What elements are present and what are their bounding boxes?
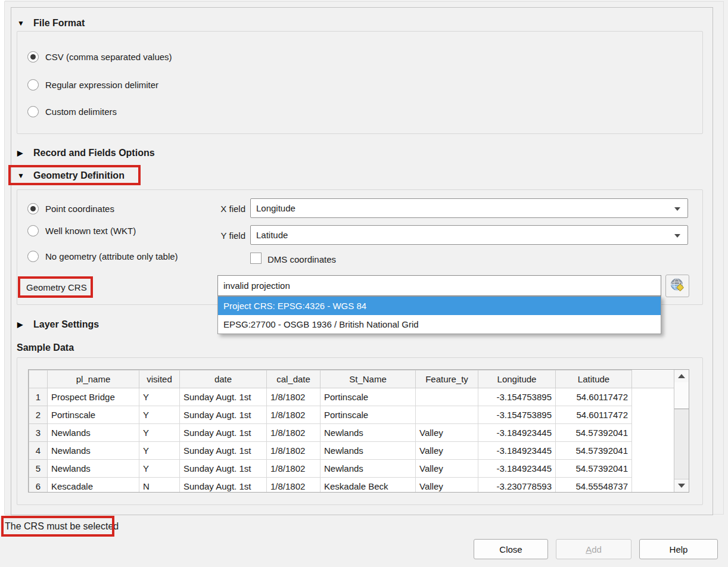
radio-button-icon[interactable] (27, 51, 39, 63)
radio-button-icon[interactable] (27, 251, 39, 262)
caret-right-icon: ▶ (17, 149, 26, 157)
combobox-value: Latitude (256, 230, 288, 240)
radio-button-icon[interactable] (27, 225, 39, 236)
cell: 1/8/1802 (267, 478, 321, 493)
section-title: Record and Fields Options (33, 148, 155, 158)
column-header[interactable]: Feature_ty (416, 370, 478, 388)
help-button[interactable]: Help (639, 539, 718, 559)
cell: Sunday Augt. 1st (180, 478, 267, 493)
delimited-text-layer-dialog: ▼ File Format CSV (comma separated value… (0, 0, 728, 567)
cell: 54.57392041 (556, 460, 632, 478)
geometry-crs-label: Geometry CRS (26, 282, 87, 292)
chevron-down-icon (674, 207, 680, 211)
radio-well-known-text[interactable]: Well known text (WKT) (27, 225, 136, 236)
cell: -3.184923445 (478, 460, 556, 478)
cell: Newlands (321, 424, 416, 442)
scrollbar-thumb[interactable] (674, 382, 689, 409)
row-number: 5 (29, 460, 48, 478)
status-message: The CRS must be selected (5, 521, 119, 532)
add-button: Add (556, 539, 631, 559)
crs-option-project-crs[interactable]: Project CRS: EPSG:4326 - WGS 84 (218, 297, 661, 315)
dms-coordinates-checkbox[interactable] (250, 253, 262, 264)
crs-option-epsg-27700[interactable]: EPSG:27700 - OSGB 1936 / British Nationa… (218, 315, 661, 334)
radio-button-icon[interactable] (27, 106, 39, 117)
column-header[interactable]: Latitude (556, 370, 632, 388)
radio-regular-expression[interactable]: Regular expression delimiter (27, 79, 158, 91)
column-header[interactable]: cal_date (267, 370, 321, 388)
caret-down-icon: ▼ (17, 19, 26, 27)
column-header[interactable]: date (180, 370, 267, 388)
y-field-combobox[interactable]: Latitude (250, 225, 688, 245)
table-vertical-scrollbar[interactable] (674, 370, 689, 492)
radio-no-geometry[interactable]: No geometry (attribute only table) (27, 250, 178, 262)
cell: Y (139, 406, 180, 424)
cell: -3.184923445 (478, 442, 556, 460)
select-crs-button[interactable] (665, 275, 689, 297)
cell: Portinscale (321, 388, 416, 406)
arrow-down-icon (678, 484, 685, 488)
header-filler (632, 370, 675, 388)
radio-point-coordinates[interactable]: Point coordinates (27, 202, 114, 214)
caret-down-icon: ▼ (17, 172, 26, 180)
geometry-crs-combobox[interactable]: invalid projection (217, 275, 661, 296)
close-button[interactable]: Close (474, 539, 548, 559)
column-header[interactable]: pl_name (48, 370, 139, 388)
cell: N (139, 478, 180, 493)
cell: Y (139, 460, 180, 478)
section-header-layer-settings[interactable]: ▶ Layer Settings (17, 319, 99, 330)
radio-custom-delimiters[interactable]: Custom delimiters (27, 105, 117, 117)
radio-label: Point coordinates (45, 204, 114, 214)
table-header-row: pl_name visited date cal_date St_Name Fe… (29, 370, 675, 388)
cell: Newlands (321, 442, 416, 460)
cell: Newlands (321, 460, 416, 478)
cell: -3.154753895 (478, 388, 556, 406)
corner-header-cell (29, 370, 48, 388)
table-row: 3 Newlands Y Sunday Augt. 1st 1/8/1802 N… (29, 424, 675, 442)
radio-label: Regular expression delimiter (45, 80, 158, 90)
radio-button-icon[interactable] (27, 79, 39, 91)
y-field-label: Y field (201, 230, 245, 241)
row-number: 4 (29, 442, 48, 460)
geometry-crs-dropdown-list: Project CRS: EPSG:4326 - WGS 84 EPSG:277… (217, 296, 661, 334)
cell: Sunday Augt. 1st (180, 442, 267, 460)
cell: Portinscale (321, 406, 416, 424)
arrow-up-icon (678, 374, 685, 378)
scroll-down-button[interactable] (674, 479, 689, 492)
sample-table: pl_name visited date cal_date St_Name Fe… (29, 370, 675, 493)
combobox-value: invalid projection (223, 281, 290, 291)
cell: Keskadale Beck (321, 478, 416, 493)
section-header-geometry-definition[interactable]: ▼ Geometry Definition (17, 170, 125, 181)
cell: 1/8/1802 (267, 460, 321, 478)
chevron-down-icon (674, 234, 680, 238)
cell (416, 406, 478, 424)
radio-csv[interactable]: CSV (comma separated values) (27, 51, 172, 63)
table-row: 4 Newlands Y Sunday Augt. 1st 1/8/1802 N… (29, 442, 675, 460)
radio-label: CSV (comma separated values) (45, 52, 172, 62)
cell: -3.230778593 (478, 478, 556, 493)
radio-label: Well known text (WKT) (45, 226, 136, 236)
x-field-combobox[interactable]: Longitude (250, 198, 688, 218)
combobox-value: Longitude (256, 203, 295, 213)
section-header-record-and-fields[interactable]: ▶ Record and Fields Options (17, 148, 155, 158)
cell: 1/8/1802 (267, 388, 321, 406)
scroll-up-button[interactable] (674, 370, 689, 383)
cell: Sunday Augt. 1st (180, 424, 267, 442)
section-title: Layer Settings (33, 319, 99, 330)
section-header-file-format[interactable]: ▼ File Format (17, 18, 85, 29)
cell: 54.55548737 (556, 478, 632, 493)
cell: Newlands (48, 442, 139, 460)
table-row: 6 Kescadale N Sunday Augt. 1st 1/8/1802 … (29, 478, 675, 493)
cell: Sunday Augt. 1st (180, 388, 267, 406)
cell: Newlands (48, 460, 139, 478)
section-title: File Format (33, 18, 85, 29)
table-row: 1 Prospect Bridge Y Sunday Augt. 1st 1/8… (29, 388, 675, 406)
radio-button-icon[interactable] (27, 203, 39, 214)
column-header[interactable]: Longitude (478, 370, 556, 388)
cell: 1/8/1802 (267, 442, 321, 460)
cell: -3.154753895 (478, 406, 556, 424)
caret-right-icon: ▶ (17, 320, 26, 329)
column-header[interactable]: St_Name (321, 370, 416, 388)
cell (416, 388, 478, 406)
column-header[interactable]: visited (139, 370, 180, 388)
cell: Valley (416, 460, 478, 478)
